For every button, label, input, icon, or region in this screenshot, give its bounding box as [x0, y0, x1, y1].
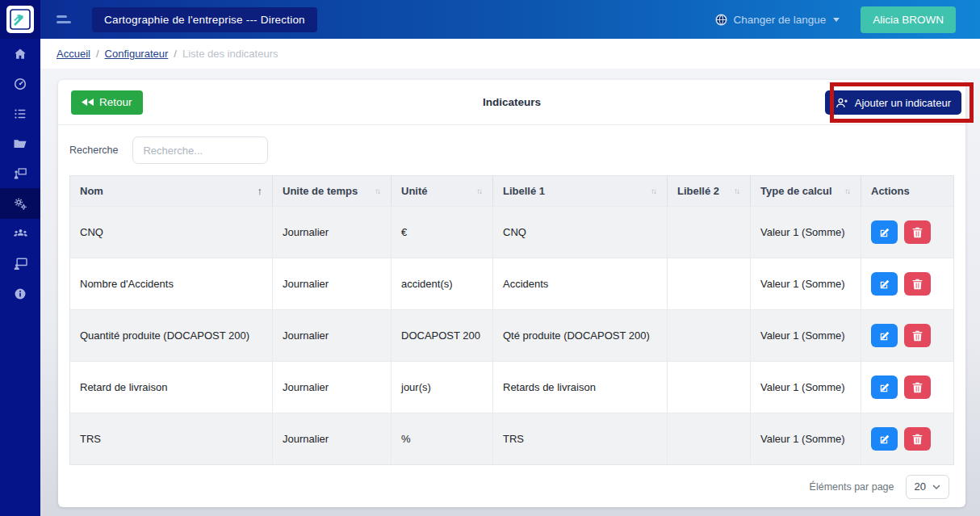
cell-unite-temps: Journalier: [273, 207, 392, 258]
edit-button[interactable]: [871, 375, 898, 399]
cell-type-calcul: Valeur 1 (Somme): [751, 207, 861, 258]
breadcrumb-separator: /: [174, 48, 177, 60]
cell-libelle2: [668, 413, 751, 464]
search-input[interactable]: [132, 136, 268, 164]
cell-unite: accident(s): [392, 258, 493, 309]
trash-icon: [912, 382, 923, 393]
sidebar-item-training[interactable]: [0, 249, 40, 279]
cell-libelle1: Accidents: [493, 258, 668, 309]
breadcrumb-link-configurateur[interactable]: Configurateur: [105, 48, 169, 60]
sort-icon[interactable]: ↑↓: [476, 187, 483, 195]
user-button[interactable]: Alicia BROWN: [861, 6, 956, 33]
indicators-card: Retour Indicateurs Ajouter un indicateur…: [58, 80, 965, 507]
edit-button[interactable]: [871, 324, 898, 347]
card-header: Retour Indicateurs Ajouter un indicateur: [58, 80, 965, 125]
sort-icon[interactable]: ↑↓: [375, 187, 381, 195]
column-header-unite[interactable]: Unité ↑↓: [392, 176, 493, 206]
per-page-value: 20: [915, 480, 926, 493]
search-label: Recherche: [69, 145, 118, 156]
cell-unite: €: [392, 207, 493, 258]
trash-icon: [912, 227, 923, 238]
cell-libelle2: [668, 207, 751, 258]
cell-libelle2: [668, 258, 751, 309]
cell-actions: [861, 310, 953, 361]
sidebar-item-users[interactable]: [0, 219, 40, 249]
edit-icon: [879, 434, 890, 445]
column-header-type-de-calcul[interactable]: Type de calcul ↑↓: [751, 176, 861, 206]
column-header-libelle-1[interactable]: Libellé 1 ↑↓: [493, 176, 668, 206]
delete-button[interactable]: [904, 427, 931, 451]
cell-actions: [861, 362, 953, 413]
breadcrumb: Accueil / Configurateur / Liste des indi…: [40, 39, 980, 69]
sort-icon[interactable]: ↑↓: [734, 187, 740, 195]
sort-icon[interactable]: ↑↓: [651, 187, 657, 195]
person-add-icon: [836, 97, 848, 109]
table-footer: Éléments par page 20: [58, 465, 965, 508]
edit-button[interactable]: [871, 427, 898, 451]
sidebar-item-presentation[interactable]: [0, 158, 40, 188]
cell-libelle1: Qté produite (DOCAPOST 200): [493, 310, 668, 361]
table-row: Retard de livraison Journalier jour(s) R…: [70, 361, 953, 413]
globe-icon: [715, 14, 727, 26]
sidebar-nav: [0, 39, 40, 516]
cell-actions: [861, 413, 953, 464]
app-title: Cartographie de l'entreprise --- Directi…: [92, 7, 317, 32]
back-button[interactable]: Retour: [71, 90, 143, 115]
sort-asc-icon[interactable]: ↑: [258, 185, 263, 197]
rewind-icon: [82, 98, 94, 107]
cell-libelle2: [668, 310, 751, 361]
sidebar-item-info[interactable]: [0, 279, 40, 308]
trash-icon: [912, 330, 923, 342]
app-logo[interactable]: [0, 0, 40, 39]
cell-unite: DOCAPOST 200: [392, 310, 493, 361]
delete-button[interactable]: [904, 375, 931, 399]
cell-unite-temps: Journalier: [273, 413, 392, 464]
cell-type-calcul: Valeur 1 (Somme): [751, 413, 861, 464]
breadcrumb-link-accueil[interactable]: Accueil: [57, 48, 90, 60]
cell-nom: Nombre d'Accidents: [70, 258, 273, 309]
edit-icon: [879, 382, 890, 393]
edit-icon: [879, 279, 890, 290]
sidebar-item-settings[interactable]: [0, 188, 40, 219]
edit-icon: [879, 227, 890, 238]
cell-nom: TRS: [70, 413, 273, 464]
column-header-libelle-2[interactable]: Libellé 2 ↑↓: [668, 176, 751, 206]
cell-actions: [861, 207, 953, 258]
sort-icon[interactable]: ↑↓: [844, 187, 851, 195]
cell-unite-temps: Journalier: [273, 362, 392, 413]
home-icon: [13, 47, 27, 61]
edit-icon: [879, 330, 890, 342]
sidebar-item-list[interactable]: [0, 99, 40, 128]
per-page-label: Éléments par page: [810, 481, 894, 493]
cell-nom: Quantité produite (DOCAPOST 200): [70, 310, 273, 361]
info-icon: [13, 287, 27, 301]
per-page-select[interactable]: 20: [906, 475, 949, 499]
users-icon: [13, 226, 28, 241]
table-row: CNQ Journalier € CNQ Valeur 1 (Somme): [70, 206, 953, 258]
column-header-unite-de-temps[interactable]: Unite de temps ↑↓: [273, 176, 392, 206]
settings-icon: [13, 196, 28, 212]
language-menu[interactable]: Changer de langue: [715, 14, 840, 26]
delete-button[interactable]: [904, 324, 931, 347]
column-header-nom[interactable]: Nom ↑: [70, 176, 273, 206]
cell-libelle1: TRS: [493, 413, 668, 464]
sidebar-item-folders[interactable]: [0, 128, 40, 158]
cell-type-calcul: Valeur 1 (Somme): [751, 258, 861, 309]
cell-libelle1: CNQ: [493, 207, 668, 258]
edit-button[interactable]: [871, 272, 898, 296]
menu-toggle-icon[interactable]: [57, 11, 77, 27]
sidebar-item-dashboard[interactable]: [0, 69, 40, 99]
sidebar-item-home[interactable]: [0, 39, 40, 69]
delete-button[interactable]: [904, 272, 931, 296]
list-icon: [13, 107, 27, 121]
table-row: Quantité produite (DOCAPOST 200) Journal…: [70, 309, 953, 361]
presentation-icon: [13, 166, 27, 181]
add-indicator-button[interactable]: Ajouter un indicateur: [825, 90, 961, 115]
indicators-table: Nom ↑ Unite de temps ↑↓ Unité ↑↓ Libellé…: [69, 175, 954, 465]
edit-button[interactable]: [871, 220, 898, 244]
delete-button[interactable]: [904, 220, 931, 244]
back-button-label: Retour: [99, 96, 132, 108]
cell-unite-temps: Journalier: [273, 258, 392, 309]
cell-type-calcul: Valeur 1 (Somme): [751, 310, 861, 361]
language-menu-label: Changer de langue: [733, 14, 826, 26]
